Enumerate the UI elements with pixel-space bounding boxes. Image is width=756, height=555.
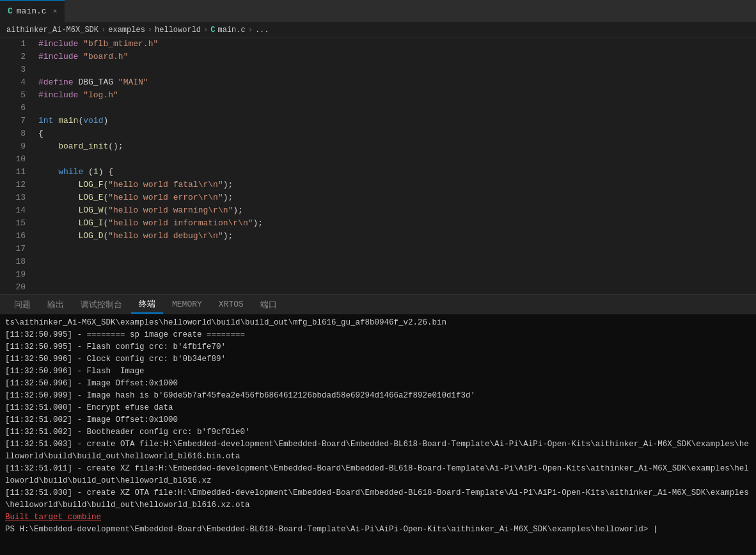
code-line-8: { <box>38 127 756 140</box>
line-num-12: 12 <box>0 179 26 191</box>
breadcrumb-sep-2: › <box>148 26 152 35</box>
tab-filename: main.c <box>17 6 47 16</box>
terminal-panel[interactable]: ts\aithinker_Ai-M6X_SDK\examples\hellowo… <box>0 314 756 555</box>
line-numbers: 1 2 3 4 5 6 7 8 9 10 11 12 13 14 15 16 1… <box>0 38 32 294</box>
code-line-7: int main(void) <box>38 115 756 127</box>
line-num-11: 11 <box>0 166 26 179</box>
code-line-6 <box>38 102 756 115</box>
code-line-10 <box>38 153 756 166</box>
code-line-18 <box>38 255 756 268</box>
breadcrumb-sep-1: › <box>101 26 106 35</box>
line-num-17: 17 <box>0 243 26 255</box>
tab-close-button[interactable]: × <box>53 8 58 15</box>
line-num-18: 18 <box>0 255 26 268</box>
terminal-line-3: [11:32:50.995] - Flash config crc: b'4fb… <box>5 341 751 353</box>
code-line-19 <box>38 268 756 281</box>
built-target-highlight: Built target combine <box>5 513 101 522</box>
terminal-line-11: [11:32:51.003] - create OTA file:H:\Embe… <box>5 438 751 463</box>
code-line-4: #define DBG_TAG "MAIN" <box>38 76 756 89</box>
line-num-9: 9 <box>0 140 26 153</box>
line-num-3: 3 <box>0 63 26 76</box>
breadcrumb-sep-4: › <box>248 26 253 35</box>
code-line-9: board_init(); <box>38 140 756 153</box>
breadcrumb-part-2: examples <box>108 26 145 35</box>
line-num-2: 2 <box>0 51 26 63</box>
terminal-line-12: [11:32:51.011] - create XZ file:H:\Embed… <box>5 463 751 487</box>
breadcrumb-part-1: aithinker_Ai-M6X_SDK <box>6 26 98 35</box>
tab-main-c[interactable]: C main.c × <box>0 0 65 22</box>
terminal-line-5: [11:32:50.996] - Flash Image <box>5 366 751 378</box>
c-language-icon: C <box>8 6 13 16</box>
tab-terminal[interactable]: 终端 <box>131 296 163 314</box>
line-num-8: 8 <box>0 127 26 140</box>
terminal-line-8: [11:32:51.000] - Encrypt efuse data <box>5 402 751 414</box>
terminal-line-7: [11:32:50.999] - Image hash is b'69de5b7… <box>5 390 751 402</box>
code-line-17 <box>38 243 756 255</box>
line-num-7: 7 <box>0 115 26 127</box>
line-num-14: 14 <box>0 204 26 217</box>
line-num-10: 10 <box>0 153 26 166</box>
code-line-1: #include "bflb_mtimer.h" <box>38 38 756 51</box>
line-num-6: 6 <box>0 102 26 115</box>
terminal-line-4: [11:32:50.996] - Clock config crc: b'0b3… <box>5 353 751 366</box>
tab-problems[interactable]: 问题 <box>6 296 38 313</box>
line-num-16: 16 <box>0 230 26 243</box>
code-line-16: LOG_D("hello world debug\r\n"); <box>38 230 756 243</box>
code-line-5: #include "log.h" <box>38 89 756 102</box>
tab-memory[interactable]: MEMORY <box>164 297 210 312</box>
tab-xrtos[interactable]: XRTOS <box>211 297 251 312</box>
code-editor: 1 2 3 4 5 6 7 8 9 10 11 12 13 14 15 16 1… <box>0 38 756 294</box>
breadcrumb-c-icon: C <box>210 26 215 35</box>
line-num-15: 15 <box>0 217 26 230</box>
panel-tabs: 问题 输出 调试控制台 终端 MEMORY XRTOS 端口 <box>0 294 756 314</box>
terminal-line-1: ts\aithinker_Ai-M6X_SDK\examples\hellowo… <box>5 317 751 329</box>
breadcrumb-sep-3: › <box>203 26 208 35</box>
code-line-14: LOG_W("hello world warning\r\n"); <box>38 204 756 217</box>
terminal-line-15: PS H:\Embedded-development\Embedded-Boar… <box>5 524 751 536</box>
line-num-5: 5 <box>0 89 26 102</box>
tab-port[interactable]: 端口 <box>253 296 285 313</box>
breadcrumb: aithinker_Ai-M6X_SDK › examples › hellow… <box>0 22 756 38</box>
code-content[interactable]: #include "bflb_mtimer.h" #include "board… <box>32 38 756 294</box>
terminal-line-10: [11:32:51.002] - Bootheader config crc: … <box>5 426 751 438</box>
line-num-13: 13 <box>0 191 26 204</box>
line-num-1: 1 <box>0 38 26 51</box>
breadcrumb-part-4: main.c <box>217 26 245 35</box>
terminal-line-14: Built target combine <box>5 511 751 524</box>
breadcrumb-part-3: helloworld <box>155 26 201 35</box>
terminal-line-6: [11:32:50.996] - Image Offset:0x1000 <box>5 378 751 390</box>
code-line-20 <box>38 281 756 294</box>
line-num-19: 19 <box>0 268 26 281</box>
code-line-13: LOG_E("hello world error\r\n"); <box>38 191 756 204</box>
terminal-line-13: [11:32:51.030] - create XZ OTA file:H:\E… <box>5 487 751 511</box>
breadcrumb-part-5: ... <box>255 26 269 35</box>
line-num-20: 20 <box>0 281 26 294</box>
code-line-15: LOG_I("hello world information\r\n"); <box>38 217 756 230</box>
code-line-11: while (1) { <box>38 166 756 179</box>
tab-debug-console[interactable]: 调试控制台 <box>73 296 130 313</box>
line-num-4: 4 <box>0 76 26 89</box>
terminal-line-2: [11:32:50.995] - ======== sp image creat… <box>5 329 751 341</box>
code-line-3 <box>38 63 756 76</box>
code-line-2: #include "board.h" <box>38 51 756 63</box>
terminal-line-9: [11:32:51.002] - Image Offset:0x1000 <box>5 414 751 426</box>
tab-output[interactable]: 输出 <box>40 296 72 313</box>
code-line-12: LOG_F("hello world fatal\r\n"); <box>38 179 756 191</box>
tab-bar: C main.c × <box>0 0 756 22</box>
